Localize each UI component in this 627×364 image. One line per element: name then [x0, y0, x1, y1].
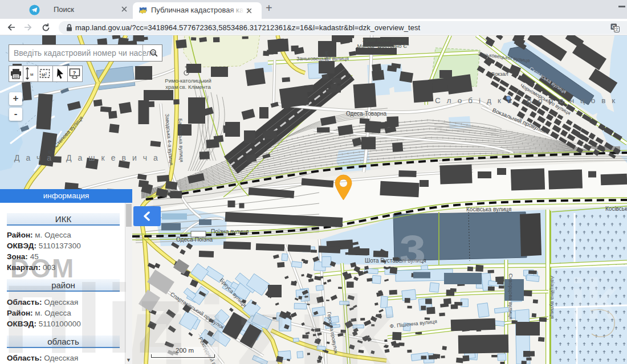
svg-text:Слобідка-Воронцовк: Слобідка-Воронцовк: [435, 96, 621, 105]
svg-text:Косівськ: Косівськ: [605, 206, 627, 212]
svg-text:Скворцова вулиця: Скворцова вулиця: [508, 273, 514, 320]
svg-text:храм св. Клімента: храм св. Клімента: [165, 84, 211, 90]
svg-text:Храм ікони Божої: Храм ікони Божої: [363, 36, 406, 43]
svg-text:Заньковецької вулиця: Заньковецької вулиця: [296, 56, 349, 62]
svg-text:Поїзна вулиця: Поїзна вулиця: [211, 228, 249, 235]
svg-text:з: з: [399, 215, 426, 276]
svg-text:文: 文: [614, 27, 619, 32]
svg-text:Авіаційна вулиця: Авіаційна вулиця: [549, 276, 556, 319]
svg-text:Матері "Достойно Є": Матері "Достойно Є": [357, 43, 409, 49]
svg-text:ik: ik: [570, 267, 618, 331]
svg-text:?: ?: [73, 69, 76, 76]
svg-text:Одеса-Поїзна: Одеса-Поїзна: [176, 236, 213, 243]
svg-text:Римо-католицький: Римо-католицький: [165, 77, 211, 84]
svg-text:м: м: [30, 72, 34, 77]
svg-text:м²: м²: [42, 72, 47, 77]
svg-text:Одеса-Товарна: Одеса-Товарна: [346, 111, 387, 117]
svg-text:Вокзал: Вокзал: [491, 71, 508, 77]
svg-text:Дача Дашкевича: Дача Дашкевича: [14, 153, 164, 162]
svg-text:Інтер: Інтер: [324, 51, 330, 62]
svg-text:Косівська вулиця: Косівська вулиця: [466, 206, 511, 212]
